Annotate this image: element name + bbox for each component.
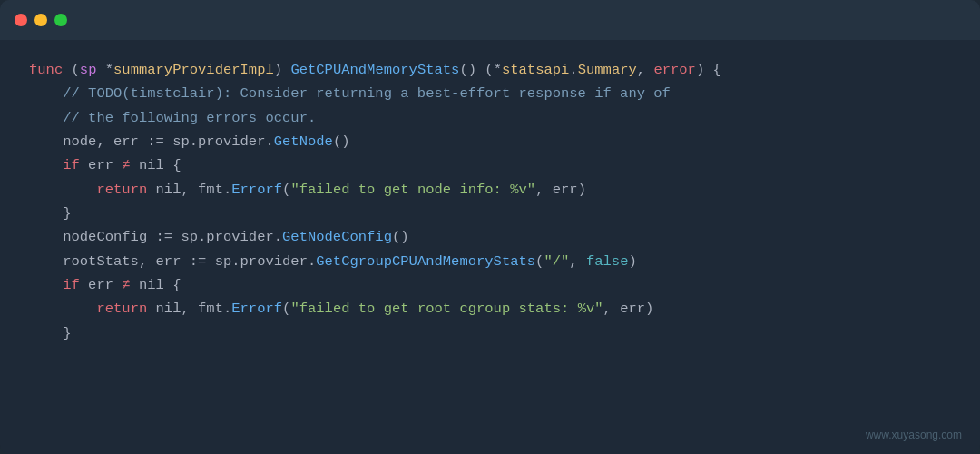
code-line: return nil, fmt.Errorf("failed to get ro… bbox=[29, 297, 951, 321]
close-button[interactable] bbox=[15, 14, 27, 26]
code-line: } bbox=[29, 321, 951, 345]
code-token: // the following errors occur. bbox=[29, 110, 316, 126]
code-window: func (sp *summaryProviderImpl) GetCPUAnd… bbox=[0, 0, 980, 454]
code-line: // the following errors occur. bbox=[29, 106, 951, 130]
code-token: * bbox=[96, 62, 113, 78]
watermark: www.xuyasong.com bbox=[866, 429, 962, 441]
code-token: ≠ bbox=[122, 277, 130, 293]
maximize-button[interactable] bbox=[54, 14, 67, 26]
code-token: nodeConfig := sp.provider. bbox=[29, 229, 282, 245]
code-token: ( bbox=[282, 301, 290, 317]
code-token: false bbox=[586, 253, 629, 270]
code-token: if bbox=[29, 157, 80, 173]
code-line: if err ≠ nil { bbox=[29, 273, 951, 297]
code-token: } bbox=[29, 205, 72, 222]
code-block: func (sp *summaryProviderImpl) GetCPUAnd… bbox=[29, 58, 951, 345]
code-token: ( bbox=[63, 62, 80, 78]
code-token: return bbox=[96, 301, 147, 317]
code-line: nodeConfig := sp.provider.GetNodeConfig(… bbox=[29, 225, 951, 249]
code-token: nil { bbox=[131, 157, 181, 173]
title-bar bbox=[0, 0, 980, 40]
code-token bbox=[29, 301, 96, 317]
code-token: ) { bbox=[696, 62, 721, 78]
code-token: statsapi bbox=[502, 62, 569, 78]
code-token: rootStats, err := sp.provider. bbox=[29, 253, 316, 270]
code-token: , err) bbox=[603, 301, 654, 317]
code-token: func bbox=[29, 62, 63, 78]
code-token: () bbox=[392, 229, 409, 245]
code-token: , err) bbox=[535, 182, 586, 198]
code-token: GetCgroupCPUAndMemoryStats bbox=[316, 253, 535, 270]
code-token: nil, fmt. bbox=[147, 301, 231, 317]
code-token: node, err := sp.provider. bbox=[29, 133, 274, 150]
code-token: ) bbox=[628, 253, 636, 270]
code-token: "failed to get node info: %v" bbox=[290, 182, 535, 198]
code-token: summaryProviderImpl bbox=[113, 62, 274, 78]
code-token: "/" bbox=[544, 253, 569, 270]
code-token: Summary bbox=[578, 62, 637, 78]
code-token: Errorf bbox=[231, 182, 282, 198]
code-token: () (* bbox=[459, 62, 502, 78]
code-token: sp bbox=[80, 62, 97, 78]
code-token: // TODO(timstclair): Consider returning … bbox=[29, 85, 671, 102]
code-line: // TODO(timstclair): Consider returning … bbox=[29, 82, 951, 105]
code-token: err bbox=[80, 277, 122, 293]
code-token: ) bbox=[274, 62, 291, 78]
code-token: () bbox=[333, 133, 350, 150]
code-token: . bbox=[569, 62, 577, 78]
code-token: err bbox=[80, 157, 122, 173]
code-token: if bbox=[29, 277, 80, 293]
code-line: func (sp *summaryProviderImpl) GetCPUAnd… bbox=[29, 58, 951, 82]
code-token: } bbox=[29, 325, 72, 341]
minimize-button[interactable] bbox=[34, 14, 47, 26]
code-token: , bbox=[637, 62, 654, 78]
code-token bbox=[29, 182, 96, 198]
code-token: nil, fmt. bbox=[147, 182, 231, 198]
code-token: GetNode bbox=[274, 133, 333, 150]
code-line: node, err := sp.provider.GetNode() bbox=[29, 130, 951, 153]
code-token: GetNodeConfig bbox=[282, 229, 392, 245]
code-line: return nil, fmt.Errorf("failed to get no… bbox=[29, 178, 951, 202]
code-token: return bbox=[96, 182, 147, 198]
code-token: ( bbox=[282, 182, 290, 198]
code-line: } bbox=[29, 202, 951, 225]
code-token: nil { bbox=[131, 277, 181, 293]
code-token: , bbox=[569, 253, 586, 270]
code-area: func (sp *summaryProviderImpl) GetCPUAnd… bbox=[0, 40, 980, 454]
code-token: ≠ bbox=[122, 157, 130, 173]
code-token: GetCPUAndMemoryStats bbox=[290, 62, 459, 78]
code-token: "failed to get root cgroup stats: %v" bbox=[290, 301, 603, 317]
code-token: Errorf bbox=[231, 301, 282, 317]
code-line: if err ≠ nil { bbox=[29, 153, 951, 177]
code-line: rootStats, err := sp.provider.GetCgroupC… bbox=[29, 250, 951, 273]
code-token: error bbox=[653, 62, 696, 78]
